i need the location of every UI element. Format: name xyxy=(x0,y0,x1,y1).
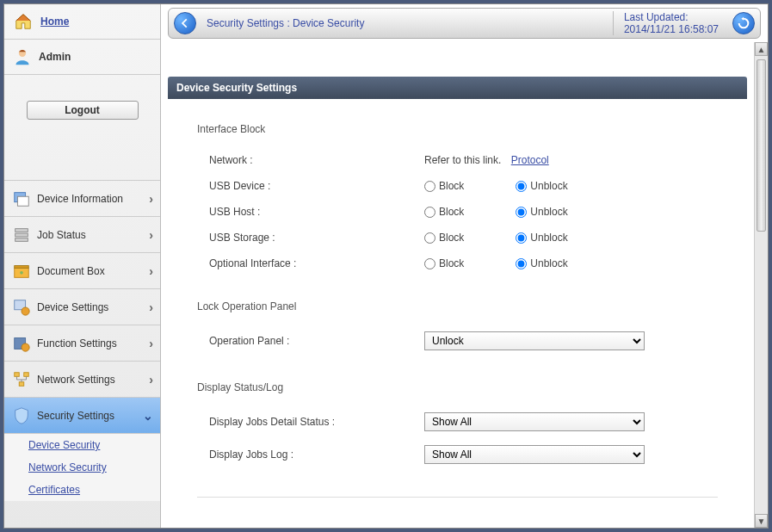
unblock-label: Unblock xyxy=(530,257,567,269)
unblock-label: Unblock xyxy=(530,206,567,218)
chevron-right-icon: › xyxy=(149,373,153,387)
jobs-log-select[interactable]: Show All xyxy=(424,445,645,464)
unblock-label: Unblock xyxy=(530,232,567,244)
radio-input[interactable] xyxy=(424,207,435,218)
optional-interface-block[interactable]: Block xyxy=(424,257,464,269)
usb-host-block[interactable]: Block xyxy=(424,206,464,218)
home-link[interactable]: Home xyxy=(40,15,69,28)
breadcrumb: Security Settings : Device Security xyxy=(207,17,602,29)
usb-device-radios: Block Unblock xyxy=(424,180,568,192)
operation-panel-label: Operation Panel : xyxy=(209,335,424,347)
refer-text: Refer to this link. xyxy=(424,154,501,166)
subnav-network-security[interactable]: Network Security xyxy=(4,456,160,479)
usb-device-block[interactable]: Block xyxy=(424,180,464,192)
optional-interface-unblock[interactable]: Unblock xyxy=(516,257,567,269)
radio-input[interactable] xyxy=(424,258,435,269)
nav-label: Device Settings xyxy=(37,301,144,313)
nav-function-settings[interactable]: Function Settings › xyxy=(4,325,160,362)
panel-title: Device Security Settings xyxy=(168,77,747,99)
row-network: Network : Refer to this link. Protocol xyxy=(197,147,718,173)
usb-device-unblock[interactable]: Unblock xyxy=(516,180,567,192)
section-display-status: Display Status/Log xyxy=(197,381,718,393)
nav-device-settings[interactable]: Device Settings › xyxy=(4,289,160,325)
chevron-right-icon: › xyxy=(149,264,153,278)
scroll-up-button[interactable]: ▲ xyxy=(755,42,768,56)
radio-input[interactable] xyxy=(516,207,527,218)
svg-point-8 xyxy=(20,271,23,275)
svg-rect-5 xyxy=(15,238,28,241)
nav-job-status[interactable]: Job Status › xyxy=(4,217,160,253)
usb-host-unblock[interactable]: Unblock xyxy=(516,206,567,218)
back-button[interactable] xyxy=(174,12,196,34)
protocol-link[interactable]: Protocol xyxy=(511,154,549,166)
optional-interface-label: Optional Interface : xyxy=(209,257,424,269)
admin-label: Admin xyxy=(39,51,71,63)
logout-area: Logout xyxy=(4,75,160,181)
divider xyxy=(613,11,614,35)
svg-point-12 xyxy=(22,343,29,351)
usb-storage-block[interactable]: Block xyxy=(424,232,464,244)
subnav-certificates[interactable]: Certificates xyxy=(4,479,160,501)
nav-label: Network Settings xyxy=(37,374,144,386)
scroll-down-button[interactable]: ▼ xyxy=(755,514,768,528)
sidebar-home[interactable]: Home xyxy=(4,4,160,40)
job-status-icon xyxy=(11,225,32,245)
usb-storage-radios: Block Unblock xyxy=(424,232,568,244)
nav-label: Document Box xyxy=(37,265,144,277)
scrollbar-thumb[interactable] xyxy=(757,59,766,232)
sidebar-admin: Admin xyxy=(4,40,160,75)
nav-label: Function Settings xyxy=(37,337,144,350)
row-jobs-log: Display Jobs Log : Show All xyxy=(197,438,718,471)
radio-input[interactable] xyxy=(516,258,527,269)
optional-interface-radios: Block Unblock xyxy=(424,257,568,269)
radio-input[interactable] xyxy=(424,232,435,244)
svg-rect-3 xyxy=(15,228,28,232)
radio-input[interactable] xyxy=(516,181,527,192)
block-label: Block xyxy=(439,180,464,192)
network-value: Refer to this link. Protocol xyxy=(424,154,549,166)
usb-device-label: USB Device : xyxy=(209,180,424,192)
home-icon xyxy=(13,11,34,32)
jobs-detail-label: Display Jobs Detail Status : xyxy=(209,416,424,428)
section-lock-panel: Lock Operation Panel xyxy=(197,300,718,312)
jobs-detail-select[interactable]: Show All xyxy=(424,412,645,431)
usb-storage-label: USB Storage : xyxy=(209,232,424,244)
sidebar: Home Admin Logout Device Information › xyxy=(4,4,161,528)
radio-input[interactable] xyxy=(424,181,435,192)
svg-rect-15 xyxy=(19,381,24,386)
block-label: Block xyxy=(439,232,464,244)
usb-host-radios: Block Unblock xyxy=(424,206,568,218)
svg-rect-4 xyxy=(15,233,28,237)
nav-label: Security Settings xyxy=(37,410,138,422)
divider xyxy=(197,497,718,498)
vertical-scrollbar[interactable]: ▲ ▼ xyxy=(754,42,768,528)
radio-input[interactable] xyxy=(516,232,527,244)
document-box-icon xyxy=(11,261,32,281)
content-wrap: Device Security Settings Interface Block… xyxy=(161,42,768,528)
settings-panel: Device Security Settings Interface Block… xyxy=(168,77,747,520)
usb-storage-unblock[interactable]: Unblock xyxy=(516,232,567,244)
section-interface-block: Interface Block xyxy=(197,123,718,135)
chevron-right-icon: › xyxy=(149,192,153,206)
row-optional-interface: Optional Interface : Block Unblock xyxy=(197,251,718,276)
network-settings-icon xyxy=(11,369,32,390)
top-bar: Security Settings : Device Security Last… xyxy=(168,8,761,39)
svg-rect-2 xyxy=(17,196,28,206)
svg-rect-7 xyxy=(15,265,29,268)
panel-body: Interface Block Network : Refer to this … xyxy=(168,99,747,520)
nav-security-settings[interactable]: Security Settings ⌄ xyxy=(4,398,160,434)
subnav-device-security[interactable]: Device Security xyxy=(4,434,160,456)
svg-rect-14 xyxy=(24,372,29,376)
device-settings-icon xyxy=(11,297,32,318)
nav-network-settings[interactable]: Network Settings › xyxy=(4,362,160,398)
refresh-button[interactable] xyxy=(732,12,755,34)
chevron-down-icon: ⌄ xyxy=(143,409,153,423)
operation-panel-select[interactable]: Unlock xyxy=(424,331,645,350)
row-usb-device: USB Device : Block Unblock xyxy=(197,173,718,199)
nav-document-box[interactable]: Document Box › xyxy=(4,253,160,289)
row-usb-host: USB Host : Block Unblock xyxy=(197,199,718,225)
last-updated: Last Updated: 2014/11/21 16:58:07 xyxy=(624,11,719,35)
network-label: Network : xyxy=(209,154,424,166)
nav-device-information[interactable]: Device Information › xyxy=(4,181,160,217)
logout-button[interactable]: Logout xyxy=(27,101,139,120)
